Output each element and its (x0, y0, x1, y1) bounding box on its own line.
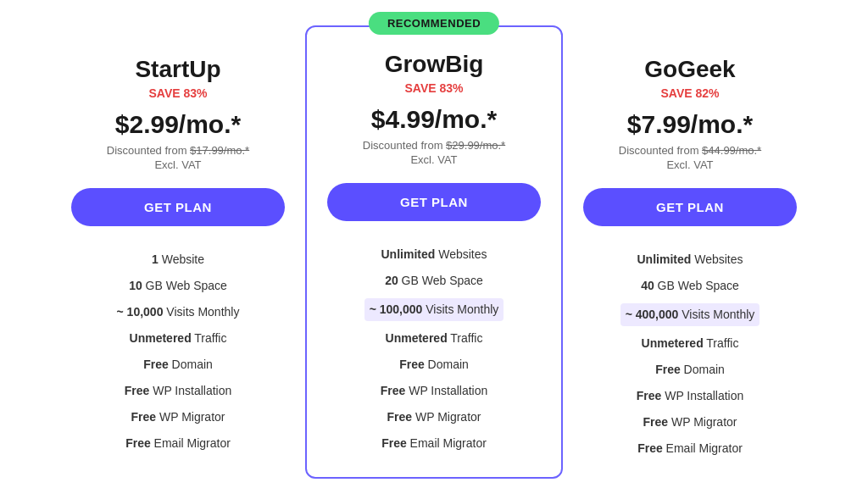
save-badge-startup: SAVE 83% (71, 86, 285, 100)
excl-vat-gogeek: Excl. VAT (583, 158, 797, 171)
feature-item: ~ 400,000 Visits Monthly (583, 299, 797, 330)
price-growbig: $4.99/mo.* (327, 105, 541, 134)
features-list-gogeek: Unlimited Websites40 GB Web Space~ 400,0… (583, 247, 797, 462)
recommended-badge: RECOMMENDED (369, 12, 499, 35)
feature-item: Unlimited Websites (327, 241, 541, 268)
feature-item: ~ 10,000 Visits Monthly (71, 299, 285, 325)
plan-card-startup: StartUpSAVE 83%$2.99/mo.*Discounted from… (51, 25, 305, 477)
plan-name-gogeek: GoGeek (583, 56, 797, 83)
discounted-from-gogeek: Discounted from $44.99/mo.* (583, 144, 797, 157)
price-startup: $2.99/mo.* (71, 110, 285, 139)
save-badge-gogeek: SAVE 82% (583, 86, 797, 100)
feature-item: ~ 100,000 Visits Monthly (327, 294, 541, 325)
pricing-container: StartUpSAVE 83%$2.99/mo.*Discounted from… (17, 17, 851, 488)
plan-name-startup: StartUp (71, 56, 285, 83)
excl-vat-growbig: Excl. VAT (327, 153, 541, 166)
feature-item: 20 GB Web Space (327, 268, 541, 294)
feature-item: Free WP Migrator (583, 409, 797, 435)
feature-item: Unmetered Traffic (71, 325, 285, 352)
plan-card-gogeek: GoGeekSAVE 82%$7.99/mo.*Discounted from … (563, 25, 817, 482)
feature-item: Free Email Migrator (71, 430, 285, 457)
features-list-startup: 1 Website10 GB Web Space~ 10,000 Visits … (71, 247, 285, 457)
feature-item: Free WP Migrator (327, 404, 541, 430)
get-plan-button-startup[interactable]: GET PLAN (71, 188, 285, 226)
feature-item: Free WP Installation (327, 378, 541, 404)
feature-item: Unmetered Traffic (583, 330, 797, 357)
feature-item: 10 GB Web Space (71, 273, 285, 299)
feature-item: 40 GB Web Space (583, 273, 797, 299)
feature-item: Free WP Migrator (71, 404, 285, 430)
feature-item: Free WP Installation (583, 383, 797, 409)
features-list-growbig: Unlimited Websites20 GB Web Space~ 100,0… (327, 241, 541, 457)
feature-item: Free Email Migrator (583, 435, 797, 462)
feature-item: Unlimited Websites (583, 247, 797, 273)
feature-item: Free Domain (583, 357, 797, 383)
get-plan-button-growbig[interactable]: GET PLAN (327, 183, 541, 221)
feature-item: Free Email Migrator (327, 430, 541, 457)
plan-card-growbig: RECOMMENDEDGrowBigSAVE 83%$4.99/mo.*Disc… (305, 25, 563, 479)
feature-item: Free Domain (71, 352, 285, 378)
price-gogeek: $7.99/mo.* (583, 110, 797, 139)
feature-item: Free Domain (327, 352, 541, 378)
save-badge-growbig: SAVE 83% (327, 81, 541, 95)
feature-item: 1 Website (71, 247, 285, 273)
discounted-from-startup: Discounted from $17.99/mo.* (71, 144, 285, 157)
excl-vat-startup: Excl. VAT (71, 158, 285, 171)
get-plan-button-gogeek[interactable]: GET PLAN (583, 188, 797, 226)
feature-item: Free WP Installation (71, 378, 285, 404)
discounted-from-growbig: Discounted from $29.99/mo.* (327, 139, 541, 152)
plan-name-growbig: GrowBig (327, 51, 541, 78)
feature-item: Unmetered Traffic (327, 325, 541, 352)
